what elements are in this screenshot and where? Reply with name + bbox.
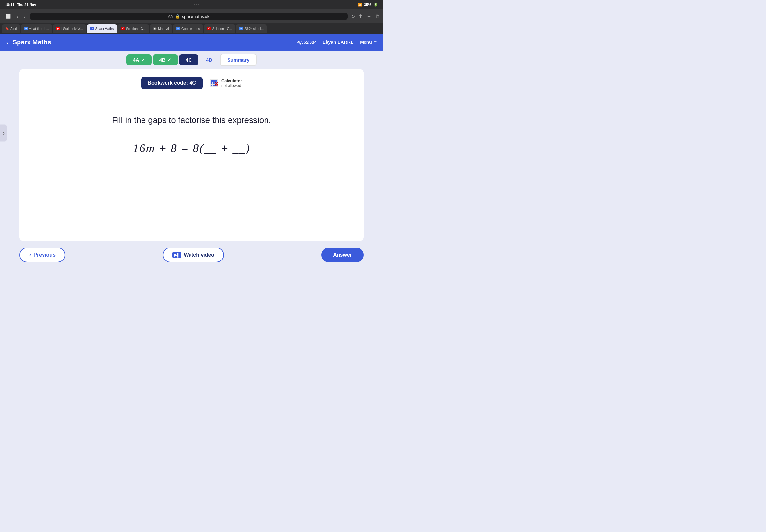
calc-not-allowed: not allowed (221, 83, 242, 88)
tab-4b-label: 4B (159, 57, 165, 63)
calc-label: Calculator (221, 79, 242, 83)
tab-favicon-8: G (239, 27, 243, 30)
lock-icon: 🔒 (175, 14, 180, 19)
sidebar-toggle-button[interactable]: ⬜ (4, 12, 12, 20)
tab-label-0: A pri (10, 27, 17, 30)
address-bar[interactable]: AA 🔒 sparxmaths.uk (30, 13, 347, 20)
video-icon: ▶▌ (172, 252, 181, 258)
tab-6[interactable]: G Google Lens (173, 24, 203, 33)
tab-favicon-3: S (90, 27, 94, 30)
browser-actions: ⬆ ＋ ⧉ (358, 13, 379, 20)
tab-bar: 🔖 A pri G what time is... ▶ i Suddenly W… (0, 23, 383, 34)
tab-label-1: what time is... (29, 27, 49, 30)
wifi-icon: 📶 (358, 3, 362, 7)
gap-2: __ (232, 142, 245, 155)
watch-video-label: Watch video (184, 252, 214, 258)
date: Thu 21 Nov (17, 3, 36, 6)
tab-8[interactable]: G 28:24 simpl... (236, 24, 267, 33)
previous-label: Previous (33, 252, 55, 258)
url-text: sparxmaths.uk (182, 14, 210, 19)
reload-button[interactable]: ↻ (351, 13, 355, 19)
tab-favicon-2: ▶ (56, 27, 60, 30)
tab-favicon-6: G (176, 27, 180, 30)
calculator-icon (209, 78, 219, 88)
sparx-logo: Sparx Maths (13, 39, 297, 46)
tab-label-4: Solution - G... (126, 27, 146, 30)
sparx-back-button[interactable]: ‹ (6, 39, 9, 46)
tab-1[interactable]: G what time is... (21, 24, 52, 33)
nav-tab-summary[interactable]: Summary (220, 54, 256, 66)
answer-label: Answer (333, 252, 352, 258)
home-bar (0, 266, 383, 266)
hamburger-icon: ≡ (374, 40, 376, 45)
nav-tab-4b[interactable]: 4B ✓ (153, 54, 178, 65)
font-size-label: AA (168, 14, 173, 18)
tab-7[interactable]: ✕ Solution - G... (204, 24, 235, 33)
tab-4a-check: ✓ (141, 57, 145, 63)
svg-rect-6 (213, 85, 214, 86)
tab-2[interactable]: ▶ i Suddenly W... (53, 24, 86, 33)
gap-1: __ (204, 142, 217, 155)
menu-label: Menu (360, 40, 372, 45)
tab-favicon-7: ✕ (207, 27, 211, 30)
tab-label-2: i Suddenly W... (61, 27, 83, 30)
tab-favicon-4: ✕ (121, 27, 125, 30)
watch-video-button[interactable]: ▶▌ Watch video (163, 248, 224, 262)
tabs-icon[interactable]: ⧉ (375, 13, 379, 19)
nav-tab-4c[interactable]: 4C (179, 54, 198, 65)
battery-icon: 🔋 (373, 3, 378, 7)
question-text: Fill in the gaps to factorise this expre… (32, 115, 350, 125)
tab-5[interactable]: ◉ Math AI (150, 24, 172, 33)
nav-tab-4d[interactable]: 4D (200, 54, 219, 65)
bookwork-code: Bookwork code: 4C (141, 77, 202, 89)
tab-label-6: Google Lens (181, 27, 200, 30)
svg-rect-1 (211, 80, 217, 82)
status-bar: 18:11 Thu 21 Nov 📶 35% 🔋 (0, 0, 383, 9)
svg-rect-3 (213, 82, 214, 84)
answer-button[interactable]: Answer (321, 248, 363, 262)
tab-favicon-1: G (24, 27, 28, 30)
user-name: Ebyan BARRE (322, 40, 354, 45)
time: 18:11 (5, 3, 14, 6)
calculator-status: Calculator not allowed (221, 79, 242, 88)
nav-tab-4a[interactable]: 4A ✓ (126, 54, 151, 65)
dot2 (196, 4, 197, 5)
svg-rect-2 (211, 82, 212, 84)
calculator-info: Calculator not allowed (209, 78, 242, 88)
main-content: Bookwork code: 4C Calculator not allowed… (19, 69, 363, 241)
new-tab-icon[interactable]: ＋ (366, 13, 371, 20)
task-tab-nav: 4A ✓ 4B ✓ 4C 4D Summary (0, 51, 383, 66)
side-expand-arrow[interactable]: › (0, 125, 7, 142)
tab-4a-label: 4A (133, 57, 139, 63)
svg-rect-5 (211, 85, 212, 86)
share-icon[interactable]: ⬆ (358, 13, 362, 19)
forward-button[interactable]: › (23, 12, 27, 20)
dot3 (198, 4, 199, 5)
browser-toolbar: ⬜ ‹ › AA 🔒 sparxmaths.uk ↻ ⬆ ＋ ⧉ (0, 9, 383, 23)
sparx-header: ‹ Sparx Maths 4,352 XP Ebyan BARRE Menu … (0, 34, 383, 51)
tab-label-3: Sparx Maths (95, 27, 114, 30)
chevron-left-icon: ‹ (29, 252, 31, 258)
bottom-bar: ‹ Previous ▶▌ Watch video Answer (0, 244, 383, 266)
bookwork-row: Bookwork code: 4C Calculator not allowed (32, 77, 350, 89)
battery-level: 35% (364, 3, 371, 6)
tab-favicon-5: ◉ (153, 27, 157, 30)
tab-4b-check: ✓ (167, 57, 171, 63)
tab-label-7: Solution - G... (212, 27, 232, 30)
previous-button[interactable]: ‹ Previous (19, 248, 65, 262)
tab-4[interactable]: ✕ Solution - G... (117, 24, 149, 33)
dot1 (194, 4, 195, 5)
math-expression: 16m + 8 = 8(__ + __) (32, 141, 350, 155)
tab-favicon-0: 🔖 (5, 27, 9, 30)
tab-4c-label: 4C (186, 57, 192, 63)
back-button[interactable]: ‹ (15, 12, 19, 20)
tab-0[interactable]: 🔖 A pri (2, 24, 20, 33)
tab-4d-label: 4D (206, 57, 212, 63)
tab-label-5: Math AI (158, 27, 169, 30)
tab-label-8: 28:24 simpl... (244, 27, 263, 30)
tab-summary-label: Summary (227, 57, 249, 63)
xp-display: 4,352 XP (297, 40, 316, 45)
question-area: Fill in the gaps to factorise this expre… (32, 102, 350, 168)
menu-button[interactable]: Menu ≡ (360, 40, 376, 45)
tab-3[interactable]: S Sparx Maths (87, 24, 117, 33)
